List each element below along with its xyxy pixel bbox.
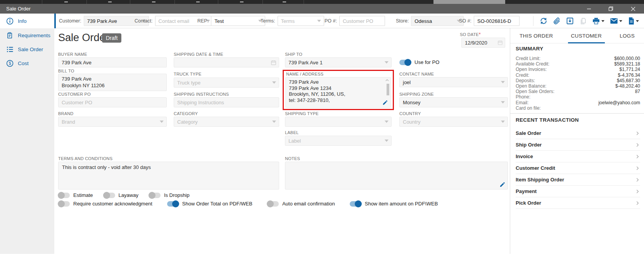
window-titlebar: Sale Order — [0, 4, 644, 14]
toggle-row-2: Require customer acknowledgment Show Ord… — [58, 201, 438, 207]
tab-strip-mark — [64, 2, 68, 2]
require-acknowledgment-toggle[interactable] — [58, 201, 70, 207]
contact-name-input[interactable]: joel — [399, 77, 508, 87]
po-field: PO #: Customer PO — [325, 14, 385, 28]
download-button[interactable] — [566, 17, 574, 25]
chevron-down-icon — [317, 20, 321, 22]
minimize-button[interactable] — [578, 4, 600, 14]
so-date-input[interactable]: 12/9/2020 — [461, 38, 505, 48]
recent-item-customer-credit[interactable]: Customer Credit — [516, 162, 640, 174]
name-address-box[interactable]: 739 Park Ave 739 Park Ave 1234 Brooklyn,… — [285, 77, 391, 108]
window-title: Sale Order — [6, 6, 31, 12]
sidebar-item-sale-order[interactable]: Sale Order — [0, 42, 54, 56]
is-dropship-toggle[interactable] — [149, 193, 161, 198]
toolbar-separator — [533, 16, 534, 26]
shipping-type-label: SHIPPING TYPE — [285, 111, 319, 116]
scrollbar-thumb[interactable] — [387, 84, 389, 95]
refresh-button[interactable] — [540, 17, 547, 25]
show-item-amount-toggle[interactable] — [350, 201, 361, 207]
chevron-down-icon — [272, 121, 276, 123]
copy-button[interactable] — [579, 17, 587, 25]
minimize-icon — [587, 7, 591, 11]
summary-row: Open Sale Orders:87 — [516, 89, 640, 94]
terms-conditions-textarea[interactable]: This is contract only - void after 30 da… — [58, 162, 279, 190]
so-number-value: SO-0026816-D — [477, 18, 511, 24]
buyer-name-input[interactable]: 739 Park Ave — [58, 57, 167, 67]
document-button[interactable] — [628, 17, 639, 25]
chevron-up-icon[interactable] — [385, 79, 389, 81]
browser-tab-strip — [0, 0, 644, 4]
tab-strip-divider — [174, 0, 175, 4]
shipping-zone-dropdown[interactable]: Monsey — [399, 97, 508, 107]
tab-logs[interactable]: LOGS — [620, 28, 635, 43]
recent-item-item-shipping-order[interactable]: Item Shipping Order — [516, 174, 640, 186]
tab-strip-mark — [240, 2, 243, 2]
is-dropship-toggle-item: Is Dropship — [149, 192, 190, 198]
shipping-zone-label: SHIPPING ZONE — [399, 92, 434, 97]
calendar-icon[interactable] — [271, 60, 276, 66]
tab-strip-mark — [108, 2, 112, 2]
chevron-down-icon — [636, 20, 639, 22]
label-dropdown[interactable]: Label — [285, 136, 392, 146]
chevron-down-icon — [601, 20, 604, 22]
so-number-input[interactable]: SO-0026816-D — [474, 16, 520, 26]
recent-item-payment[interactable]: Payment — [516, 186, 640, 197]
terms-dropdown[interactable]: Terms — [278, 16, 324, 26]
attachments-button[interactable]: 0 — [553, 17, 561, 25]
chevron-right-icon — [635, 131, 640, 136]
recent-item-ship-order[interactable]: Ship Order — [516, 139, 640, 151]
recent-item-invoice[interactable]: Invoice — [516, 151, 640, 162]
chevron-right-icon — [635, 200, 640, 206]
tab-customer[interactable]: CUSTOMER — [571, 28, 602, 43]
calendar-icon[interactable] — [497, 40, 503, 45]
bill-to-box[interactable]: 739 Park Ave Brooklyn NY 11206 — [58, 74, 167, 91]
recent-item-pick-order[interactable]: Pick Order — [516, 197, 640, 209]
restore-button[interactable] — [600, 4, 622, 14]
sidebar: Info Requirements Sale Order $ Cost — [0, 14, 54, 254]
so-date-value: 12/9/2020 — [465, 40, 487, 46]
brand-dropdown[interactable]: Brand — [58, 117, 167, 127]
show-order-total-toggle-item: Show Order Total on PDF/WEB — [167, 201, 252, 207]
po-input[interactable]: Customer PO — [339, 16, 385, 26]
tab-strip-divider — [304, 0, 304, 4]
show-order-total-toggle[interactable] — [167, 201, 179, 207]
store-dropdown[interactable]: Odessa — [411, 16, 464, 26]
sidebar-item-cost[interactable]: $ Cost — [0, 56, 54, 70]
edit-address-icon[interactable] — [382, 100, 388, 105]
tab-this-order[interactable]: THIS ORDER — [520, 28, 553, 43]
ship-to-dropdown[interactable]: 739 Park Ave 1 — [285, 57, 392, 67]
tab-strip-divider — [262, 0, 263, 4]
recent-transaction-list: Sale Order Ship Order Invoice Customer C… — [516, 128, 640, 209]
use-for-po-label: Use for PO — [414, 59, 439, 65]
edit-notes-icon[interactable] — [499, 181, 506, 188]
recent-item-sale-order[interactable]: Sale Order — [516, 128, 640, 139]
recent-transaction-title: RECENT TRANSACTION — [516, 117, 579, 123]
customer-po-label: CUSTOMER PO — [58, 92, 91, 97]
header-toolbar: Customer: 739 Park Ave Contact: Contact … — [56, 14, 644, 28]
layaway-toggle[interactable] — [104, 193, 115, 198]
refresh-icon — [540, 17, 547, 25]
auto-email-toggle[interactable] — [267, 201, 279, 207]
chevron-down-icon — [385, 61, 388, 64]
restore-icon — [608, 6, 613, 11]
close-button[interactable] — [622, 4, 644, 14]
print-button[interactable] — [592, 17, 604, 25]
estimate-toggle[interactable] — [58, 193, 70, 198]
shipping-date-input[interactable] — [174, 57, 279, 67]
country-dropdown[interactable]: Country — [399, 117, 508, 127]
shipping-type-dropdown[interactable] — [285, 117, 392, 127]
sidebar-item-info[interactable]: Info — [0, 14, 54, 28]
contact-placeholder: Contact email — [159, 18, 189, 24]
sidebar-item-requirements[interactable]: Requirements — [0, 28, 54, 42]
customer-po-input[interactable]: Customer PO — [58, 97, 167, 107]
printer-icon — [592, 17, 600, 25]
rep-dropdown[interactable]: Test — [211, 16, 265, 26]
notes-textarea[interactable] — [285, 162, 508, 190]
chevron-down-icon — [160, 121, 164, 123]
use-for-po-toggle[interactable] — [399, 60, 411, 65]
category-dropdown[interactable]: Category — [174, 117, 279, 127]
email-button[interactable] — [610, 17, 622, 24]
truck-type-dropdown[interactable]: Truck type — [174, 78, 279, 88]
shipping-instructions-input[interactable]: Shipping Instructions — [174, 97, 279, 107]
buyer-name-label: BUYER NAME — [58, 52, 87, 57]
